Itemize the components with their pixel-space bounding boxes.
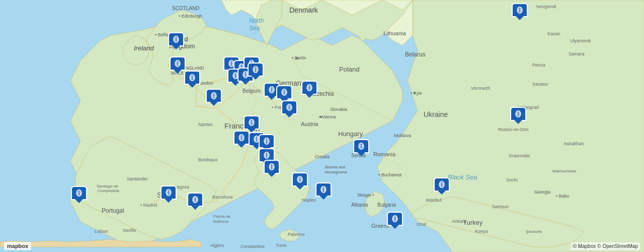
svg-text:Poland: Poland <box>339 66 359 73</box>
svg-text:Croatia: Croatia <box>315 154 330 159</box>
map-marker[interactable] <box>187 193 203 211</box>
svg-text:Mallorca: Mallorca <box>213 219 229 224</box>
svg-text:Ireland: Ireland <box>134 44 154 52</box>
svg-text:Black Sea: Black Sea <box>448 173 477 181</box>
svg-text:Istanbul: Istanbul <box>426 198 442 203</box>
svg-text:Bordeaux: Bordeaux <box>198 157 218 162</box>
map-attribution: © Mapbox © OpenStreetMap <box>571 242 640 250</box>
map-marker[interactable] <box>315 182 332 201</box>
svg-text:Bulgaria: Bulgaria <box>377 202 396 208</box>
svg-text:Rostov-on-Don: Rostov-on-Don <box>498 127 529 132</box>
svg-text:Sochi: Sochi <box>506 177 518 182</box>
map-marker[interactable] <box>353 139 369 157</box>
map-marker[interactable] <box>160 185 177 204</box>
map-marker[interactable] <box>264 160 280 178</box>
map-marker[interactable] <box>512 3 528 21</box>
svg-text:Skopje •: Skopje • <box>357 193 374 198</box>
svg-text:Bosnia and: Bosnia and <box>325 165 345 169</box>
svg-text:Algiers: Algiers <box>210 243 224 248</box>
svg-text:Kazan: Kazan <box>547 31 560 36</box>
svg-point-101 <box>296 57 298 59</box>
svg-text:Tunis: Tunis <box>276 243 287 248</box>
svg-text:Barcelona: Barcelona <box>212 195 233 200</box>
svg-text:Voronezh: Voronezh <box>471 86 490 91</box>
svg-text:Ankara: Ankara <box>452 219 466 224</box>
map-marker[interactable] <box>233 131 250 149</box>
svg-text:Ulyanovsk: Ulyanovsk <box>570 38 591 43</box>
map-marker[interactable] <box>206 89 222 107</box>
map-marker[interactable] <box>510 107 526 125</box>
map-container[interactable]: Ireland North Sea Denmark SCOTLAND • Edi… <box>0 0 644 252</box>
svg-text:Nantes: Nantes <box>198 122 213 127</box>
svg-text:Samsun: Samsun <box>492 204 509 209</box>
svg-text:Novgorod: Novgorod <box>536 4 556 9</box>
svg-text:Georgia: Georgia <box>534 190 550 195</box>
svg-text:Konya: Konya <box>475 229 488 234</box>
svg-point-103 <box>414 92 416 94</box>
svg-text:Astrakhan: Astrakhan <box>564 141 584 146</box>
svg-point-102 <box>320 116 322 118</box>
map-marker[interactable] <box>248 62 264 81</box>
svg-text:Austria: Austria <box>301 121 318 127</box>
svg-text:Sea: Sea <box>249 25 260 32</box>
map-marker[interactable] <box>71 186 87 204</box>
svg-text:Ukraine: Ukraine <box>424 110 448 118</box>
svg-text:Moldova: Moldova <box>394 133 411 138</box>
svg-text:Samara: Samara <box>569 51 585 56</box>
map-marker[interactable] <box>387 212 403 230</box>
svg-text:Albania: Albania <box>351 202 368 208</box>
svg-text:Şanlıurfa: Şanlıurfa <box>526 229 542 234</box>
map-marker[interactable] <box>301 81 317 99</box>
svg-text:Hungary: Hungary <box>338 130 363 138</box>
svg-text:Belgium: Belgium <box>243 88 261 94</box>
map-marker[interactable] <box>184 71 200 89</box>
svg-text:• Madrid: • Madrid <box>140 203 157 208</box>
svg-text:North: North <box>249 17 264 24</box>
mapbox-logo: mapbox <box>4 242 31 250</box>
svg-text:Seville: Seville <box>123 228 136 233</box>
map-background: Ireland North Sea Denmark SCOTLAND • Edi… <box>0 0 644 252</box>
svg-text:• Berlin: • Berlin <box>292 55 306 60</box>
svg-text:Saratov: Saratov <box>532 82 548 87</box>
svg-text:Palermo: Palermo <box>288 232 305 237</box>
svg-text:Naples: Naples <box>302 198 316 203</box>
svg-text:Compostela: Compostela <box>98 188 119 193</box>
svg-text:Lisbon: Lisbon <box>95 229 108 234</box>
svg-text:Krasnodar: Krasnodar <box>509 153 530 158</box>
map-marker[interactable] <box>292 172 308 191</box>
svg-text:Herzegovina: Herzegovina <box>325 170 347 174</box>
svg-text:• Baku: • Baku <box>556 194 569 199</box>
svg-text:Romania: Romania <box>373 151 396 157</box>
svg-text:Slovakia: Slovakia <box>330 107 347 112</box>
svg-text:Izmir: Izmir <box>417 222 427 227</box>
svg-text:Lithuania: Lithuania <box>383 30 407 36</box>
svg-text:Makhachkala: Makhachkala <box>552 169 577 173</box>
svg-text:Palma de: Palma de <box>213 214 230 219</box>
svg-text:Portugal: Portugal <box>102 207 124 214</box>
svg-text:Santiago de: Santiago de <box>97 184 118 188</box>
svg-text:Denmark: Denmark <box>289 6 318 14</box>
svg-text:Penza: Penza <box>532 62 545 68</box>
svg-text:SCOTLAND: SCOTLAND <box>172 6 199 11</box>
svg-text:• Kyiv: • Kyiv <box>411 91 422 96</box>
map-marker[interactable] <box>170 56 186 75</box>
svg-text:• Bucharest: • Bucharest <box>378 172 402 177</box>
svg-text:Constantine: Constantine <box>240 244 265 249</box>
map-marker[interactable] <box>434 177 450 196</box>
svg-text:• Edinburgh: • Edinburgh <box>179 14 202 19</box>
svg-text:Santander: Santander <box>127 176 148 181</box>
map-marker[interactable] <box>168 32 184 50</box>
map-marker[interactable] <box>281 100 297 118</box>
svg-text:Belarus: Belarus <box>405 51 426 58</box>
